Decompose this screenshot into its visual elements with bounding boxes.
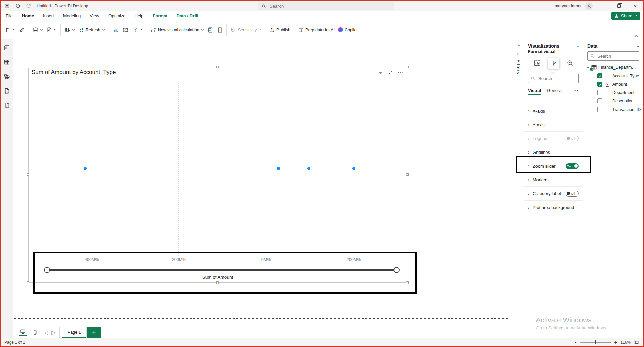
blank-query-button[interactable]: [45, 25, 58, 35]
format-search-box[interactable]: [528, 74, 579, 83]
field-row-transaction-id[interactable]: Transaction_ID: [583, 105, 643, 114]
section-y-axis[interactable]: › Y-axis: [524, 118, 583, 131]
data-search-input[interactable]: [597, 53, 636, 59]
format-search-input[interactable]: [538, 76, 576, 81]
menu-modeling[interactable]: Modeling: [63, 13, 81, 18]
zoom-slider[interactable]: [580, 342, 611, 343]
calculator-button[interactable]: [206, 25, 215, 35]
zoom-out-button[interactable]: -: [575, 339, 576, 345]
quick-measure-button[interactable]: [215, 25, 224, 35]
mobile-view-button[interactable]: [33, 330, 38, 335]
user-avatar[interactable]: [585, 2, 593, 10]
menu-optimize[interactable]: Optimize: [108, 13, 125, 18]
table-row[interactable]: Finance_Department_...: [583, 63, 643, 72]
menu-insert[interactable]: Insert: [43, 13, 54, 18]
collapse-ribbon-button[interactable]: [635, 35, 638, 37]
search-input[interactable]: [269, 3, 391, 9]
get-data-button[interactable]: [31, 25, 45, 35]
menu-view[interactable]: View: [90, 13, 99, 18]
analytics-icon[interactable]: [564, 58, 576, 69]
close-button[interactable]: ×: [630, 1, 641, 11]
new-visual-calculation-button[interactable]: New visual calculation: [148, 25, 206, 35]
new-visual-button[interactable]: [111, 25, 121, 35]
menu-format[interactable]: Format: [153, 13, 167, 18]
scatter-visual[interactable]: Sum of Amount by Account_Type ··· -400M%…: [28, 67, 407, 283]
checkbox-unchecked[interactable]: [597, 98, 602, 103]
page-tab[interactable]: Page 1: [62, 327, 87, 338]
category-label-toggle-off[interactable]: Off: [566, 191, 579, 197]
menu-data-drill[interactable]: Data / Drill: [176, 13, 198, 18]
section-legend[interactable]: › Legend Off: [524, 131, 583, 145]
build-visual-icon[interactable]: [531, 58, 543, 69]
data-search-box[interactable]: [587, 51, 639, 61]
format-visual-icon[interactable]: [548, 58, 559, 69]
zoom-slider-knob[interactable]: [595, 340, 596, 344]
undo-icon[interactable]: [15, 3, 20, 9]
field-row-description[interactable]: Description: [583, 97, 643, 105]
previous-page-button[interactable]: ◁: [44, 329, 48, 336]
resize-handle[interactable]: [27, 281, 29, 284]
format-tabs-more-icon[interactable]: ···: [573, 88, 579, 93]
visual-filter-icon[interactable]: [378, 70, 383, 75]
legend-toggle-off[interactable]: Off: [566, 136, 579, 141]
menu-file[interactable]: File: [6, 13, 13, 18]
paste-button[interactable]: [4, 25, 17, 35]
field-row-department[interactable]: Department: [583, 88, 643, 97]
save-icon[interactable]: [4, 3, 10, 9]
collapse-data-icon[interactable]: »: [637, 44, 639, 49]
model-view-icon[interactable]: [4, 74, 10, 80]
fit-to-page-icon[interactable]: [634, 340, 640, 345]
zoom-in-button[interactable]: +: [614, 339, 617, 345]
focus-mode-icon[interactable]: [388, 70, 393, 75]
section-plot-area-background[interactable]: › Plot area background: [524, 200, 583, 214]
resize-handle[interactable]: [27, 66, 29, 68]
format-painter-button[interactable]: [17, 25, 27, 35]
section-category-label[interactable]: › Category label Off: [524, 186, 583, 200]
data-point[interactable]: [277, 167, 280, 170]
resize-handle[interactable]: [406, 173, 409, 176]
checkbox-checked[interactable]: [597, 82, 602, 87]
report-view-icon[interactable]: [4, 45, 10, 51]
restore-button[interactable]: [613, 1, 625, 11]
tab-visual[interactable]: Visual: [528, 88, 541, 93]
data-point[interactable]: [84, 167, 87, 170]
resize-handle[interactable]: [216, 66, 219, 68]
global-search-box[interactable]: [258, 2, 394, 10]
filters-pane-label[interactable]: Filters: [516, 60, 521, 74]
collapse-visualizations-icon[interactable]: »: [576, 44, 579, 49]
ribbon-more-button[interactable]: ···: [362, 25, 371, 35]
data-point[interactable]: [352, 167, 355, 170]
checkbox-checked[interactable]: [597, 73, 602, 78]
tmdl-view-icon[interactable]: TMDL: [4, 102, 10, 109]
refresh-button[interactable]: Refresh: [77, 25, 107, 35]
expand-filters-icon[interactable]: «: [517, 42, 520, 47]
field-row-amount[interactable]: ∑ Amount: [583, 80, 643, 88]
menu-help[interactable]: Help: [135, 13, 144, 18]
checkbox-unchecked[interactable]: [597, 90, 602, 95]
section-x-axis[interactable]: › X-axis: [524, 104, 583, 118]
field-row-account-type[interactable]: Account_Type: [583, 72, 643, 80]
data-point[interactable]: [307, 167, 310, 170]
tab-general[interactable]: General: [547, 88, 562, 93]
report-canvas[interactable]: Sum of Amount by Account_Type ··· -400M%…: [13, 39, 513, 338]
resize-handle[interactable]: [27, 173, 29, 176]
redo-icon[interactable]: [26, 3, 31, 9]
publish-button[interactable]: Publish: [267, 25, 292, 35]
next-page-button[interactable]: ▷: [51, 329, 55, 336]
visual-more-options-icon[interactable]: ···: [398, 71, 403, 74]
filter-icon[interactable]: [516, 51, 521, 56]
minimize-button[interactable]: [597, 1, 609, 11]
resize-handle[interactable]: [406, 66, 409, 68]
desktop-view-button[interactable]: [19, 329, 27, 336]
share-button[interactable]: Share: [611, 12, 640, 20]
text-box-button[interactable]: A: [121, 25, 130, 35]
more-visuals-button[interactable]: [130, 25, 144, 35]
copilot-button[interactable]: Copilot: [336, 25, 359, 35]
dax-query-view-icon[interactable]: DAX: [4, 88, 10, 94]
section-markers[interactable]: › Markers: [524, 173, 583, 186]
transform-data-button[interactable]: [63, 25, 77, 35]
table-view-icon[interactable]: [4, 59, 10, 66]
checkbox-unchecked[interactable]: [597, 107, 602, 112]
new-page-button[interactable]: +: [87, 327, 101, 338]
prep-data-for-ai-button[interactable]: Prep data for AI: [296, 25, 336, 35]
